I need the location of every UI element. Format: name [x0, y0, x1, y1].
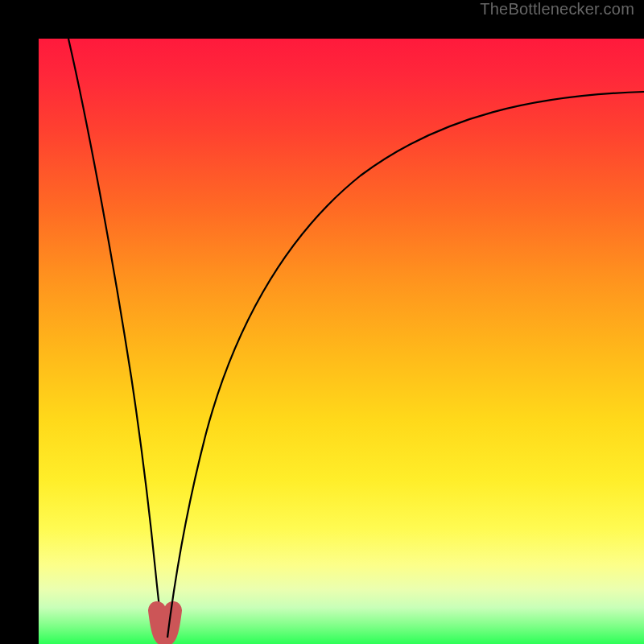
- chart-curves: [39, 39, 644, 644]
- watermark-text: TheBottlenecker.com: [480, 0, 634, 19]
- plot-area: [39, 39, 644, 644]
- curve-left-branch: [68, 39, 163, 638]
- chart-frame: [0, 0, 644, 644]
- curve-right-branch: [167, 92, 644, 638]
